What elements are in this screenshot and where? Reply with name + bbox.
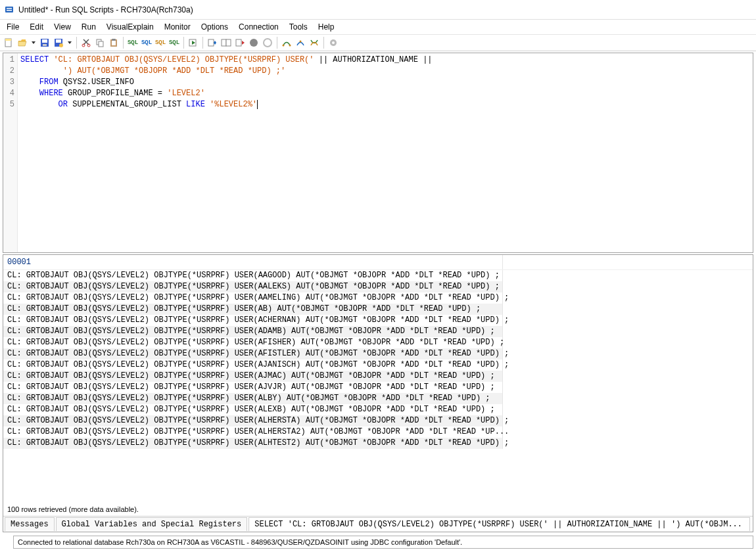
status-bar-outer: Connected to relational database Rch730a… — [0, 534, 756, 552]
results-row[interactable]: CL: GRTOBJAUT OBJ(QSYS/LEVEL2) OBJTYPE(*… — [3, 315, 503, 326]
results-row[interactable]: CL: GRTOBJAUT OBJ(QSYS/LEVEL2) OBJTYPE(*… — [3, 304, 503, 315]
menu-visualexplain[interactable]: VisualExplain — [103, 21, 158, 33]
paste-icon[interactable] — [108, 37, 120, 49]
svg-rect-6 — [42, 39, 47, 43]
title-bar: Untitled* - Run SQL Scripts - RCH730A(Rc… — [0, 0, 756, 20]
open-dropdown-icon[interactable] — [30, 37, 37, 49]
svg-point-29 — [332, 41, 335, 44]
results-row[interactable]: CL: GRTOBJAUT OBJ(QSYS/LEVEL2) OBJTYPE(*… — [3, 426, 503, 438]
settings-icon[interactable] — [327, 37, 339, 49]
editor-gutter: 1 2 3 4 5 — [3, 53, 18, 252]
results-row[interactable]: CL: GRTOBJAUT OBJ(QSYS/LEVEL2) OBJTYPE(*… — [3, 404, 503, 415]
svg-rect-1 — [7, 8, 12, 9]
menu-view[interactable]: View — [50, 21, 75, 33]
tab-query[interactable]: SELECT 'CL: GRTOBJAUT OBJ(QSYS/LEVEL2) O… — [248, 517, 750, 531]
line-number: 2 — [3, 66, 14, 77]
save-dropdown-icon[interactable] — [66, 37, 73, 49]
explain-3-icon[interactable] — [308, 37, 320, 49]
save-icon[interactable] — [39, 37, 51, 49]
app-icon — [4, 5, 14, 15]
results-row[interactable]: CL: GRTOBJAUT OBJ(QSYS/LEVEL2) OBJTYPE(*… — [3, 281, 503, 292]
new-icon[interactable] — [3, 37, 14, 49]
toolbar-separator — [277, 37, 277, 49]
toolbar-separator — [123, 37, 124, 49]
stop-icon[interactable] — [248, 37, 260, 49]
results-pane: 00001 CL: GRTOBJAUT OBJ(QSYS/LEVEL2) OBJ… — [3, 254, 753, 532]
status-bar: Connected to relational database Rch730a… — [13, 536, 753, 549]
run-icon[interactable] — [187, 37, 199, 49]
menu-file[interactable]: File — [3, 21, 23, 33]
results-tab-bar: Messages Global Variables and Special Re… — [3, 516, 753, 532]
toolbar-separator — [183, 37, 184, 49]
menu-help[interactable]: Help — [314, 21, 339, 33]
status-text: Connected to relational database Rch730a… — [18, 538, 462, 546]
menu-connection[interactable]: Connection — [235, 21, 283, 33]
toolbar-separator — [323, 37, 324, 49]
results-row[interactable]: CL: GRTOBJAUT OBJ(QSYS/LEVEL2) OBJTYPE(*… — [3, 348, 503, 359]
run-from-icon[interactable] — [234, 37, 246, 49]
results-row[interactable]: CL: GRTOBJAUT OBJ(QSYS/LEVEL2) OBJTYPE(*… — [3, 371, 503, 382]
results-row[interactable]: CL: GRTOBJAUT OBJ(QSYS/LEVEL2) OBJTYPE(*… — [3, 326, 503, 337]
results-grid[interactable]: CL: GRTOBJAUT OBJ(QSYS/LEVEL2) OBJTYPE(*… — [3, 270, 753, 501]
svg-point-26 — [289, 45, 291, 47]
svg-rect-16 — [112, 41, 116, 45]
results-row[interactable]: CL: GRTOBJAUT OBJ(QSYS/LEVEL2) OBJTYPE(*… — [3, 270, 503, 281]
toolbar-separator — [202, 37, 203, 49]
results-row[interactable]: CL: GRTOBJAUT OBJ(QSYS/LEVEL2) OBJTYPE(*… — [3, 393, 503, 404]
svg-rect-14 — [99, 41, 103, 47]
toolbar-separator — [76, 37, 77, 49]
results-header-row: 00001 — [3, 255, 753, 270]
menu-edit[interactable]: Edit — [26, 21, 47, 33]
tab-messages[interactable]: Messages — [5, 517, 55, 531]
line-number: 5 — [3, 99, 14, 110]
menu-bar: File Edit View Run VisualExplain Monitor… — [0, 20, 756, 34]
svg-point-27 — [300, 41, 302, 43]
copy-icon[interactable] — [94, 37, 106, 49]
results-row[interactable]: CL: GRTOBJAUT OBJ(QSYS/LEVEL2) OBJTYPE(*… — [3, 415, 503, 426]
cut-icon[interactable] — [80, 37, 92, 49]
line-number: 4 — [3, 88, 14, 99]
explain-2-icon[interactable] — [295, 37, 306, 49]
explain-1-icon[interactable] — [281, 37, 293, 49]
svg-point-25 — [283, 45, 285, 47]
svg-rect-21 — [226, 39, 231, 46]
run-selected-icon[interactable] — [206, 37, 218, 49]
menu-monitor[interactable]: Monitor — [160, 21, 195, 33]
svg-rect-20 — [222, 39, 226, 46]
svg-rect-19 — [208, 39, 214, 46]
menu-options[interactable]: Options — [197, 21, 232, 33]
results-row[interactable]: CL: GRTOBJAUT OBJ(QSYS/LEVEL2) OBJTYPE(*… — [3, 359, 503, 371]
results-status: 100 rows retrieved (more data available)… — [3, 501, 753, 516]
svg-rect-9 — [56, 39, 61, 43]
results-row[interactable]: CL: GRTOBJAUT OBJ(QSYS/LEVEL2) OBJTYPE(*… — [3, 438, 503, 449]
sql-editor[interactable]: 1 2 3 4 5 SELECT 'CL: GRTOBJAUT OBJ(QSYS… — [3, 53, 753, 253]
svg-rect-17 — [112, 39, 116, 41]
sql-btn-3-icon[interactable]: SQL — [154, 37, 166, 49]
svg-rect-2 — [7, 10, 12, 11]
svg-point-10 — [59, 43, 63, 47]
editor-code[interactable]: SELECT 'CL: GRTOBJAUT OBJ(QSYS/LEVEL2) O… — [18, 53, 753, 252]
save-as-icon[interactable] — [53, 37, 64, 49]
results-column-header[interactable]: 00001 — [3, 255, 503, 269]
svg-point-24 — [264, 39, 272, 47]
menu-tools[interactable]: Tools — [285, 21, 312, 33]
svg-point-23 — [250, 39, 258, 47]
run-all-icon[interactable] — [220, 37, 232, 49]
toolbar: SQL SQL SQL SQL — [0, 34, 756, 51]
line-number: 3 — [3, 77, 14, 88]
sql-btn-2-icon[interactable]: SQL — [141, 37, 153, 49]
results-row[interactable]: CL: GRTOBJAUT OBJ(QSYS/LEVEL2) OBJTYPE(*… — [3, 337, 503, 348]
results-row[interactable]: CL: GRTOBJAUT OBJ(QSYS/LEVEL2) OBJTYPE(*… — [3, 292, 503, 304]
open-icon[interactable] — [16, 37, 28, 49]
tab-global-variables[interactable]: Global Variables and Special Registers — [56, 517, 248, 531]
menu-run[interactable]: Run — [78, 21, 100, 33]
sql-btn-1-icon[interactable]: SQL — [127, 37, 139, 49]
results-row[interactable]: CL: GRTOBJAUT OBJ(QSYS/LEVEL2) OBJTYPE(*… — [3, 382, 503, 393]
line-number: 1 — [3, 55, 14, 66]
stop-disabled-icon — [262, 37, 273, 49]
sql-btn-4-icon[interactable]: SQL — [168, 37, 180, 49]
window-title: Untitled* - Run SQL Scripts - RCH730A(Rc… — [18, 5, 193, 14]
svg-rect-22 — [236, 39, 241, 46]
svg-rect-7 — [43, 44, 47, 46]
svg-rect-4 — [5, 39, 11, 41]
